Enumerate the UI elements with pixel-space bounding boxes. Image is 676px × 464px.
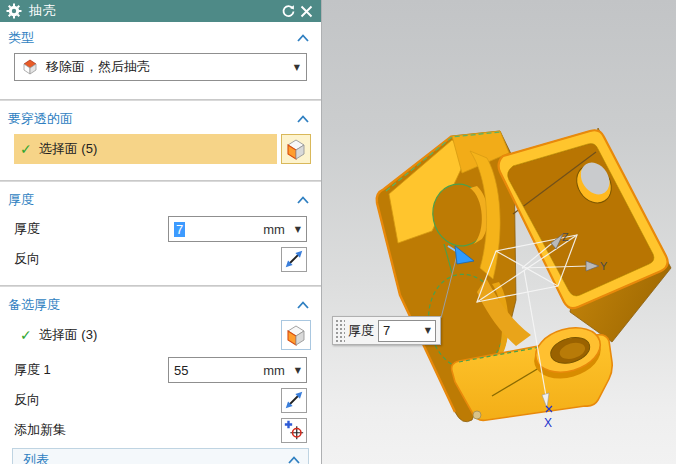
group-pierce-faces: 要穿透的面 ✓ 选择面 (5) — [0, 103, 321, 178]
select-face-row-active[interactable]: ✓ 选择面 (5) — [14, 134, 277, 164]
reset-icon — [281, 4, 296, 19]
dropdown-caret-icon: ▼ — [294, 63, 300, 72]
reverse-direction-icon — [283, 248, 305, 270]
floating-thickness-label: 厚度 — [348, 322, 374, 340]
check-icon: ✓ — [20, 327, 32, 343]
section-label: 要穿透的面 — [8, 110, 297, 128]
select-face-label: 选择面 (5) — [39, 140, 98, 158]
alt-face-select-button[interactable] — [281, 320, 311, 350]
onscreen-thickness-input[interactable]: 厚度 7 ▼ — [332, 316, 441, 345]
thickness1-label: 厚度 1 — [14, 361, 168, 379]
thickness-value: 7 — [174, 222, 185, 237]
dialog-title: 抽壳 — [29, 2, 279, 20]
floating-thickness-value: 7 — [383, 323, 425, 338]
reverse-direction-icon — [283, 389, 305, 411]
section-header-list[interactable]: 列表 — [13, 449, 308, 464]
x-axis-label: X — [544, 416, 552, 430]
section-header-thickness[interactable]: 厚度 — [8, 190, 313, 210]
collapse-chevron-icon[interactable] — [297, 196, 309, 204]
thickness1-value: 55 — [174, 363, 188, 378]
group-separator — [0, 180, 321, 182]
group-thickness: 厚度 厚度 7 mm ▼ 反向 — [0, 184, 321, 283]
floating-thickness-field[interactable]: 7 ▼ — [378, 320, 436, 342]
dialog-titlebar[interactable]: 抽壳 — [0, 0, 321, 22]
collapse-chevron-icon[interactable] — [297, 301, 309, 309]
add-new-set-button[interactable] — [281, 418, 307, 443]
thickness-unit[interactable]: mm — [185, 222, 295, 237]
section-label: 列表 — [23, 451, 288, 464]
dropdown-caret-icon[interactable]: ▼ — [425, 326, 431, 335]
alt-reverse-direction-button[interactable] — [281, 388, 307, 413]
group-separator — [0, 285, 321, 287]
collapse-chevron-icon[interactable] — [297, 34, 309, 42]
graphics-viewport[interactable]: Z Y X 厚度 7 ▼ — [322, 0, 676, 464]
section-header-pierce-faces[interactable]: 要穿透的面 — [8, 109, 313, 129]
remove-face-cube-icon — [21, 58, 39, 76]
section-label: 备选厚度 — [8, 296, 297, 314]
check-icon: ✓ — [20, 141, 32, 157]
thickness1-input[interactable]: 55 mm ▼ — [168, 357, 307, 383]
group-alt-thickness: 备选厚度 ✓ 选择面 (3) 厚度 1 — [0, 289, 321, 464]
select-face-cube-icon — [284, 137, 308, 161]
gear-icon — [6, 3, 22, 19]
add-set-icon — [283, 419, 305, 441]
section-label: 厚度 — [8, 191, 297, 209]
drag-grip-icon[interactable] — [334, 318, 345, 343]
close-button[interactable] — [297, 2, 315, 20]
shell-dialog: 抽壳 类型 — [0, 0, 322, 464]
face-select-button[interactable] — [281, 134, 311, 164]
reverse-direction-button[interactable] — [281, 247, 307, 272]
thickness1-unit[interactable]: mm — [188, 363, 294, 378]
dropdown-caret-icon[interactable]: ▼ — [295, 366, 301, 375]
collapse-chevron-icon[interactable] — [297, 115, 309, 123]
group-separator — [0, 99, 321, 101]
thickness-input[interactable]: 7 mm ▼ — [168, 216, 307, 242]
y-axis-label: Y — [600, 260, 608, 272]
thickness-label: 厚度 — [14, 220, 168, 238]
alt-select-face-label: 选择面 (3) — [39, 326, 98, 344]
section-label: 类型 — [8, 29, 297, 47]
shell-type-dropdown[interactable]: 移除面，然后抽壳 ▼ — [14, 53, 307, 81]
section-header-alt-thickness[interactable]: 备选厚度 — [8, 295, 313, 315]
select-face-cube-icon — [284, 323, 308, 347]
shell-type-value: 移除面，然后抽壳 — [46, 58, 294, 76]
section-header-type[interactable]: 类型 — [8, 28, 313, 48]
close-icon — [300, 5, 313, 18]
reverse-label: 反向 — [14, 250, 168, 268]
add-set-label: 添加新集 — [14, 421, 168, 439]
alt-select-face-row[interactable]: ✓ 选择面 (3) — [14, 320, 277, 350]
alt-reverse-label: 反向 — [14, 391, 168, 409]
z-axis-label: Z — [562, 231, 569, 243]
reset-button[interactable] — [279, 2, 297, 20]
app-window: Z Y X 厚度 7 ▼ 抽壳 — [0, 0, 676, 464]
dropdown-caret-icon[interactable]: ▼ — [295, 225, 301, 234]
collapse-chevron-icon[interactable] — [288, 456, 300, 464]
shell-model-canvas: Z Y X — [322, 0, 676, 464]
group-type: 类型 移除面，然后抽壳 ▼ — [0, 22, 321, 97]
list-groupbox: 列表 厚度 1 55 p86=55 — [12, 448, 309, 464]
